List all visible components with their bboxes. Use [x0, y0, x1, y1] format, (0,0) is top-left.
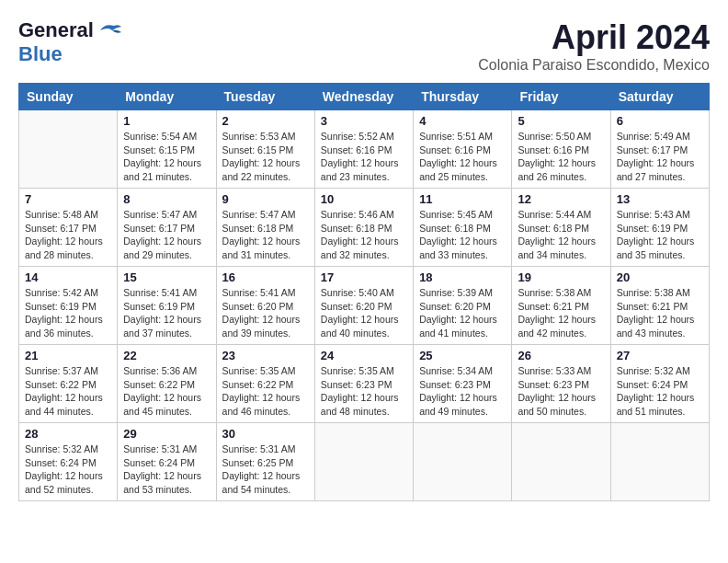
calendar-cell: 21Sunrise: 5:37 AMSunset: 6:22 PMDayligh…	[19, 345, 118, 423]
day-number: 14	[25, 270, 111, 284]
day-number: 4	[419, 114, 506, 128]
week-row-1: 1Sunrise: 5:54 AMSunset: 6:15 PMDaylight…	[19, 110, 710, 189]
logo-general-text: General	[18, 18, 94, 42]
day-info: Sunrise: 5:45 AMSunset: 6:18 PMDaylight:…	[419, 208, 506, 262]
day-number: 10	[321, 192, 407, 206]
day-number: 11	[419, 192, 506, 206]
calendar-cell: 3Sunrise: 5:52 AMSunset: 6:16 PMDaylight…	[314, 110, 413, 189]
calendar-cell: 13Sunrise: 5:43 AMSunset: 6:19 PMDayligh…	[610, 189, 709, 267]
calendar-cell: 28Sunrise: 5:32 AMSunset: 6:24 PMDayligh…	[19, 423, 118, 501]
logo: General Blue	[18, 18, 123, 66]
day-info: Sunrise: 5:48 AMSunset: 6:17 PMDaylight:…	[25, 208, 111, 262]
day-number: 15	[123, 270, 210, 284]
day-number: 1	[123, 114, 210, 128]
calendar-cell: 12Sunrise: 5:44 AMSunset: 6:18 PMDayligh…	[512, 189, 610, 267]
day-number: 24	[321, 349, 407, 362]
day-number: 12	[518, 192, 604, 206]
day-number: 7	[25, 192, 111, 206]
month-title: April 2024	[478, 18, 710, 57]
calendar-cell	[610, 423, 709, 501]
day-number: 20	[617, 270, 703, 284]
calendar-cell: 25Sunrise: 5:34 AMSunset: 6:23 PMDayligh…	[414, 345, 512, 423]
day-info: Sunrise: 5:42 AMSunset: 6:19 PMDaylight:…	[25, 286, 111, 340]
week-row-4: 21Sunrise: 5:37 AMSunset: 6:22 PMDayligh…	[19, 345, 710, 423]
calendar-header-saturday: Saturday	[610, 84, 709, 110]
week-row-3: 14Sunrise: 5:42 AMSunset: 6:19 PMDayligh…	[19, 267, 710, 345]
calendar-cell: 5Sunrise: 5:50 AMSunset: 6:16 PMDaylight…	[512, 110, 610, 189]
day-number: 5	[518, 114, 604, 128]
day-info: Sunrise: 5:47 AMSunset: 6:18 PMDaylight:…	[222, 208, 309, 262]
day-number: 16	[222, 270, 309, 284]
calendar-cell: 15Sunrise: 5:41 AMSunset: 6:19 PMDayligh…	[118, 267, 216, 345]
calendar-cell	[512, 423, 610, 501]
calendar-cell: 14Sunrise: 5:42 AMSunset: 6:19 PMDayligh…	[19, 267, 118, 345]
calendar-cell: 24Sunrise: 5:35 AMSunset: 6:23 PMDayligh…	[314, 345, 413, 423]
day-number: 19	[518, 270, 604, 284]
calendar-cell: 11Sunrise: 5:45 AMSunset: 6:18 PMDayligh…	[414, 189, 512, 267]
calendar-cell	[19, 110, 118, 189]
title-section: April 2024 Colonia Paraiso Escondido, Me…	[478, 18, 710, 74]
day-info: Sunrise: 5:34 AMSunset: 6:23 PMDaylight:…	[419, 364, 506, 419]
day-info: Sunrise: 5:36 AMSunset: 6:22 PMDaylight:…	[123, 364, 210, 419]
day-info: Sunrise: 5:49 AMSunset: 6:17 PMDaylight:…	[617, 130, 703, 184]
day-number: 13	[617, 192, 703, 206]
day-number: 6	[617, 114, 703, 128]
calendar-header-row: SundayMondayTuesdayWednesdayThursdayFrid…	[19, 84, 710, 110]
calendar: SundayMondayTuesdayWednesdayThursdayFrid…	[18, 83, 710, 501]
calendar-cell: 27Sunrise: 5:32 AMSunset: 6:24 PMDayligh…	[610, 345, 709, 423]
calendar-cell: 1Sunrise: 5:54 AMSunset: 6:15 PMDaylight…	[118, 110, 216, 189]
calendar-cell: 29Sunrise: 5:31 AMSunset: 6:24 PMDayligh…	[118, 423, 216, 501]
calendar-cell: 19Sunrise: 5:38 AMSunset: 6:21 PMDayligh…	[512, 267, 610, 345]
day-number: 27	[617, 349, 703, 362]
calendar-cell: 4Sunrise: 5:51 AMSunset: 6:16 PMDaylight…	[414, 110, 512, 189]
calendar-cell: 26Sunrise: 5:33 AMSunset: 6:23 PMDayligh…	[512, 345, 610, 423]
calendar-cell: 20Sunrise: 5:38 AMSunset: 6:21 PMDayligh…	[610, 267, 709, 345]
day-info: Sunrise: 5:43 AMSunset: 6:19 PMDaylight:…	[617, 208, 703, 262]
day-number: 26	[518, 349, 604, 362]
calendar-cell: 30Sunrise: 5:31 AMSunset: 6:25 PMDayligh…	[216, 423, 314, 501]
calendar-cell: 17Sunrise: 5:40 AMSunset: 6:20 PMDayligh…	[314, 267, 413, 345]
calendar-header-sunday: Sunday	[19, 84, 118, 110]
calendar-header-friday: Friday	[512, 84, 610, 110]
week-row-5: 28Sunrise: 5:32 AMSunset: 6:24 PMDayligh…	[19, 423, 710, 501]
day-info: Sunrise: 5:52 AMSunset: 6:16 PMDaylight:…	[321, 130, 407, 184]
calendar-cell: 2Sunrise: 5:53 AMSunset: 6:15 PMDaylight…	[216, 110, 314, 189]
day-info: Sunrise: 5:32 AMSunset: 6:24 PMDaylight:…	[617, 364, 703, 419]
day-info: Sunrise: 5:35 AMSunset: 6:23 PMDaylight:…	[321, 364, 407, 419]
day-info: Sunrise: 5:41 AMSunset: 6:20 PMDaylight:…	[222, 286, 309, 340]
calendar-cell	[414, 423, 512, 501]
calendar-cell: 22Sunrise: 5:36 AMSunset: 6:22 PMDayligh…	[118, 345, 216, 423]
day-info: Sunrise: 5:38 AMSunset: 6:21 PMDaylight:…	[617, 286, 703, 340]
day-info: Sunrise: 5:46 AMSunset: 6:18 PMDaylight:…	[321, 208, 407, 262]
calendar-cell: 18Sunrise: 5:39 AMSunset: 6:20 PMDayligh…	[414, 267, 512, 345]
calendar-cell: 9Sunrise: 5:47 AMSunset: 6:18 PMDaylight…	[216, 189, 314, 267]
calendar-cell: 16Sunrise: 5:41 AMSunset: 6:20 PMDayligh…	[216, 267, 314, 345]
day-number: 8	[123, 192, 210, 206]
calendar-cell: 6Sunrise: 5:49 AMSunset: 6:17 PMDaylight…	[610, 110, 709, 189]
day-info: Sunrise: 5:44 AMSunset: 6:18 PMDaylight:…	[518, 208, 604, 262]
calendar-header-monday: Monday	[118, 84, 216, 110]
day-info: Sunrise: 5:32 AMSunset: 6:24 PMDaylight:…	[25, 442, 111, 497]
day-number: 29	[123, 427, 210, 441]
day-number: 21	[25, 349, 111, 362]
week-row-2: 7Sunrise: 5:48 AMSunset: 6:17 PMDaylight…	[19, 189, 710, 267]
calendar-cell: 10Sunrise: 5:46 AMSunset: 6:18 PMDayligh…	[314, 189, 413, 267]
day-number: 9	[222, 192, 309, 206]
day-number: 23	[222, 349, 309, 362]
calendar-cell: 23Sunrise: 5:35 AMSunset: 6:22 PMDayligh…	[216, 345, 314, 423]
calendar-cell	[314, 423, 413, 501]
logo-blue-text: Blue	[18, 42, 63, 66]
day-info: Sunrise: 5:37 AMSunset: 6:22 PMDaylight:…	[25, 364, 111, 419]
day-info: Sunrise: 5:47 AMSunset: 6:17 PMDaylight:…	[123, 208, 210, 262]
day-info: Sunrise: 5:31 AMSunset: 6:25 PMDaylight:…	[222, 442, 309, 497]
day-info: Sunrise: 5:38 AMSunset: 6:21 PMDaylight:…	[518, 286, 604, 340]
calendar-header-wednesday: Wednesday	[314, 84, 413, 110]
day-number: 25	[419, 349, 506, 362]
day-number: 22	[123, 349, 210, 362]
day-number: 18	[419, 270, 506, 284]
day-info: Sunrise: 5:41 AMSunset: 6:19 PMDaylight:…	[123, 286, 210, 340]
day-info: Sunrise: 5:53 AMSunset: 6:15 PMDaylight:…	[222, 130, 309, 184]
day-info: Sunrise: 5:31 AMSunset: 6:24 PMDaylight:…	[123, 442, 210, 497]
day-number: 2	[222, 114, 309, 128]
day-number: 30	[222, 427, 309, 441]
